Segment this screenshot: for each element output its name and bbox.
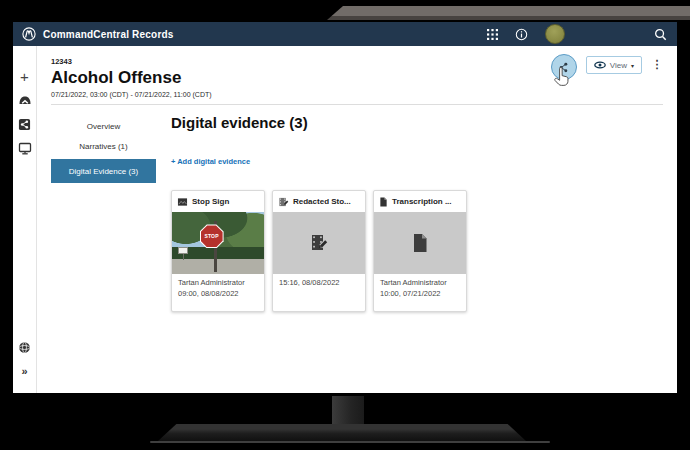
card-meta-author: Tartan Administrator (380, 278, 460, 289)
small-street-sign (178, 247, 188, 254)
plus-icon[interactable]: + (13, 64, 36, 88)
card-meta-timestamp: 15:16, 08/08/2022 (279, 278, 359, 289)
redacted-media-icon (309, 233, 329, 253)
section-heading: Digital evidence (3) (171, 114, 663, 131)
info-icon[interactable] (515, 28, 528, 41)
app-grid-icon[interactable] (487, 29, 498, 40)
header-divider (51, 104, 663, 105)
subnav-item-digital-evidence[interactable]: Digital Evidence (3) (51, 159, 156, 183)
view-button[interactable]: View ▾ (586, 56, 642, 74)
record-header: 12343 Alcohol Offense 07/21/2022, 03:00 … (51, 54, 663, 98)
evidence-card-stop-sign[interactable]: Stop Sign STOP Tartan (171, 190, 265, 312)
monitor-stand-neck (332, 396, 364, 428)
more-options-icon[interactable]: ⋮ (651, 57, 663, 72)
screen: CommandCentral Records (13, 22, 677, 393)
mouse-cursor-hand (554, 67, 569, 86)
brand: CommandCentral Records (22, 27, 174, 41)
redacted-media-icon (278, 197, 289, 207)
stop-sign-graphic: STOP (200, 224, 224, 248)
card-meta-timestamp: 10:00, 07/21/2022 (380, 289, 460, 300)
topbar-actions (487, 24, 667, 44)
record-subnav: Overview Narratives (1) Digital Evidence… (51, 112, 156, 312)
document-icon (379, 197, 388, 207)
display-icon[interactable] (13, 136, 36, 160)
content: 12343 Alcohol Offense 07/21/2022, 03:00 … (37, 46, 677, 393)
eye-icon (594, 61, 606, 69)
card-title: Stop Sign (192, 197, 229, 206)
card-meta: Tartan Administrator 09:00, 08/08/2022 (172, 274, 264, 300)
monitor-stand-baseline (150, 441, 550, 443)
page-title: Alcohol Offense (51, 68, 212, 88)
record-actions: View ▾ ⋮ (551, 54, 663, 98)
subnav-item-overview[interactable]: Overview (51, 116, 156, 136)
evidence-cards: Stop Sign STOP Tartan (171, 190, 663, 312)
evidence-card-transcription[interactable]: Transcription ... Tartan Administrator (373, 190, 467, 312)
avatar[interactable] (545, 24, 565, 44)
home-icon[interactable] (13, 88, 36, 112)
digital-evidence-panel: Digital evidence (3) + Add digital evide… (171, 112, 663, 312)
chevron-down-icon: ▾ (631, 62, 634, 69)
card-meta: Tartan Administrator 10:00, 07/21/2022 (374, 274, 466, 300)
search-icon[interactable] (654, 28, 667, 41)
monitor-stand-base (158, 424, 526, 441)
record-id: 12343 (51, 57, 212, 66)
view-button-label: View (610, 61, 627, 70)
topbar: CommandCentral Records (13, 22, 677, 46)
card-thumbnail (273, 212, 365, 274)
evidence-card-redacted[interactable]: Redacted Sto... (272, 190, 366, 312)
record-summary: 12343 Alcohol Offense 07/21/2022, 03:00 … (51, 57, 212, 98)
left-rail: + (13, 46, 37, 393)
add-digital-evidence-link[interactable]: + Add digital evidence (171, 157, 250, 166)
expand-sidebar-icon[interactable]: » (13, 359, 36, 383)
record-date-range: 07/21/2022, 03:00 (CDT) - 07/21/2022, 11… (51, 91, 212, 98)
app-title: CommandCentral Records (43, 29, 174, 40)
globe-icon[interactable] (13, 335, 36, 359)
monitor-top-edge (327, 6, 690, 20)
motorola-logo (22, 27, 36, 41)
share-button-wrap (551, 54, 577, 80)
card-meta: 15:16, 08/08/2022 (273, 274, 365, 289)
card-header: Transcription ... (374, 191, 466, 212)
evidence-share-icon[interactable] (13, 112, 36, 136)
card-header: Stop Sign (172, 191, 264, 212)
card-thumbnail (374, 212, 466, 274)
card-title: Redacted Sto... (293, 197, 351, 206)
image-icon (177, 197, 188, 207)
card-meta-timestamp: 09:00, 08/08/2022 (178, 289, 258, 300)
card-title: Transcription ... (392, 197, 452, 206)
document-icon (411, 233, 429, 253)
subnav-item-narratives[interactable]: Narratives (1) (51, 136, 156, 156)
card-thumbnail: STOP (172, 212, 264, 274)
card-meta-author: Tartan Administrator (178, 278, 258, 289)
app-body: + (13, 46, 677, 393)
card-header: Redacted Sto... (273, 191, 365, 212)
rail-bottom-group: » (13, 335, 36, 393)
record-columns: Overview Narratives (1) Digital Evidence… (51, 112, 663, 312)
